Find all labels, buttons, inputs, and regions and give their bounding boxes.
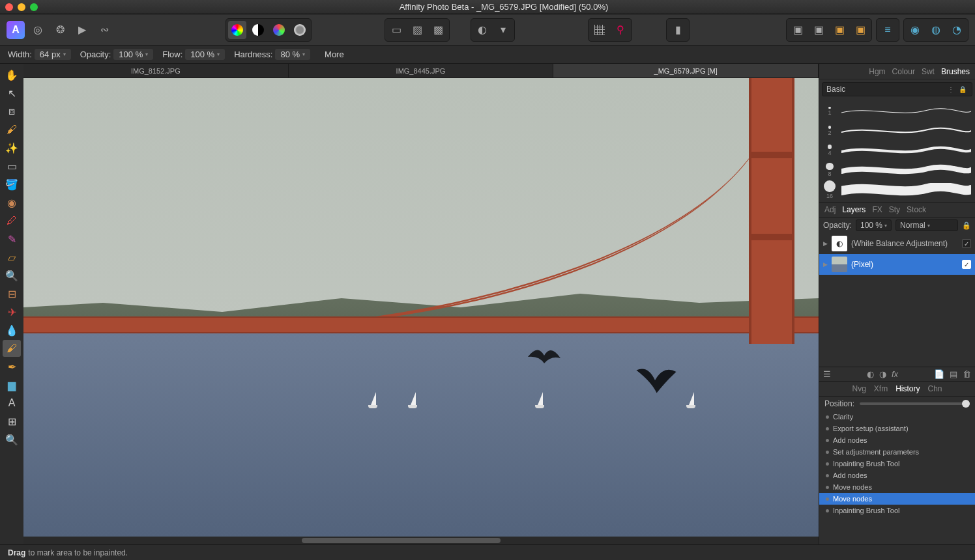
persona-export-icon[interactable]: ∾ (95, 21, 113, 39)
brush-row[interactable]: 16 (823, 180, 971, 199)
boolean-int-icon[interactable]: ◔ (948, 21, 966, 39)
smudge-tool-icon[interactable]: ✎ (3, 231, 21, 247)
fill-tool-icon[interactable]: 🪣 (3, 176, 21, 193)
width-value[interactable]: 64 px (35, 49, 71, 60)
persona-develop-icon[interactable]: ◎ (29, 21, 47, 39)
brush-row[interactable]: 8 (823, 160, 971, 180)
delete-layer-icon[interactable]: 🗑 (963, 369, 971, 379)
history-item[interactable]: Export setup (assistant) (819, 423, 975, 434)
history-item[interactable]: Move nodes (819, 481, 975, 493)
disclosure-icon[interactable]: ▶ (823, 261, 828, 268)
tab-nvg[interactable]: Nvg (852, 384, 866, 393)
tab-stock[interactable]: Stock (907, 205, 926, 214)
gradient-tool-icon[interactable]: ◉ (3, 194, 21, 211)
document-tab-2[interactable]: _MG_6579.JPG [M] (553, 64, 819, 77)
history-item[interactable]: Inpainting Brush Tool (819, 505, 975, 516)
history-item[interactable]: Add nodes (819, 434, 975, 446)
tab-fx[interactable]: FX (872, 205, 882, 214)
tab-adj[interactable]: Adj (824, 205, 836, 214)
persona-tonemap-icon[interactable]: ▶ (73, 21, 91, 39)
move-tool-icon[interactable]: ↖ (3, 85, 21, 102)
scrollbar-thumb[interactable] (302, 538, 501, 543)
app-logo-icon[interactable]: A (7, 21, 25, 39)
tab-chn[interactable]: Chn (928, 384, 942, 393)
more-button[interactable]: More (325, 49, 344, 59)
brush-row[interactable]: 1 (823, 102, 971, 121)
boolean-add-icon[interactable]: ◉ (906, 21, 924, 39)
softproof-icon[interactable] (291, 21, 309, 39)
arrange-forward-icon[interactable]: ▣ (830, 21, 849, 39)
brush-row[interactable]: 2 (823, 121, 971, 141)
color-wheel-icon[interactable] (228, 21, 246, 39)
tab-history[interactable]: History (895, 384, 920, 393)
bw-icon[interactable] (249, 21, 267, 39)
hand-tool-icon[interactable]: ✋ (3, 66, 21, 83)
eraser-tool-icon[interactable]: ▱ (3, 249, 21, 266)
document-tab-1[interactable]: IMG_8445.JPG (289, 64, 554, 77)
tab-hgm[interactable]: Hgm (869, 67, 885, 76)
clone-tool-icon[interactable]: ⊟ (3, 285, 21, 302)
zoom-tool-icon[interactable]: 🔍 (3, 267, 21, 284)
rgb-icon[interactable] (270, 21, 288, 39)
tab-colour[interactable]: Colour (892, 67, 915, 76)
marquee-tool-icon[interactable]: ▭ (3, 158, 21, 175)
arrange-front-icon[interactable]: ▣ (851, 21, 869, 39)
opacity-field[interactable]: Opacity: 100 % (80, 49, 154, 60)
brush-tool-icon[interactable]: 🖌 (3, 121, 21, 138)
history-item[interactable]: Set adjustment parameters (819, 446, 975, 458)
opacity-value[interactable]: 100 % (113, 49, 153, 60)
hardness-value[interactable]: 80 % (275, 49, 310, 60)
paintbrush-tool-icon[interactable]: 🖊 (3, 212, 21, 229)
layer-row[interactable]: ▶ ◐ (White Balance Adjustment) ✓ (819, 233, 975, 254)
fx-layer-icon[interactable]: fx (892, 369, 898, 379)
history-slider[interactable] (860, 402, 970, 405)
visibility-checkbox[interactable]: ✓ (962, 239, 971, 248)
mask-icon[interactable]: ◐ (473, 21, 491, 39)
inpaint-tool-icon[interactable]: 🖌 (3, 340, 21, 357)
arrange-backward-icon[interactable]: ▣ (809, 21, 828, 39)
tab-brushes[interactable]: Brushes (941, 67, 970, 76)
visibility-checkbox[interactable]: ✓ (962, 260, 971, 269)
brush-preset-select[interactable]: Basic (822, 82, 972, 96)
mesh-tool-icon[interactable]: ⊞ (3, 413, 21, 430)
history-item[interactable]: Clarity (819, 411, 975, 423)
tab-layers[interactable]: Layers (842, 205, 866, 214)
view-tool-icon[interactable]: 🔍 (3, 431, 21, 448)
width-field[interactable]: Width: 64 px (8, 49, 71, 60)
mask-dropdown-icon[interactable]: ▾ (494, 21, 512, 39)
disclosure-icon[interactable]: ▶ (823, 240, 828, 247)
history-item[interactable]: Inpainting Brush Tool (819, 458, 975, 469)
canvas[interactable] (23, 78, 819, 537)
grid-snap-icon[interactable] (590, 21, 609, 39)
boolean-sub-icon[interactable]: ◍ (927, 21, 945, 39)
crop-tool-icon[interactable]: ⧈ (3, 103, 21, 120)
minimize-window-button[interactable] (18, 3, 25, 11)
copy-layer-icon[interactable]: 📄 (934, 369, 944, 379)
brush-row[interactable]: 4 (823, 141, 971, 160)
tab-xfm[interactable]: Xfm (874, 384, 888, 393)
history-item[interactable]: Add nodes (819, 469, 975, 481)
wand-tool-icon[interactable]: ✨ (3, 139, 21, 156)
marquee-icon[interactable]: ▭ (387, 21, 405, 39)
lock-icon[interactable]: 🔒 (962, 221, 971, 230)
mask-layer-icon[interactable]: ◐ (867, 369, 874, 379)
quickmask-icon[interactable]: ▩ (429, 21, 447, 39)
merge-layer-icon[interactable]: ▤ (950, 369, 957, 379)
maximize-window-button[interactable] (30, 3, 38, 11)
layer-group-icon[interactable]: ☰ (823, 369, 831, 379)
flow-value[interactable]: 100 % (185, 49, 225, 60)
blur-tool-icon[interactable]: 💧 (3, 322, 21, 339)
persona-liquify-icon[interactable]: ❂ (51, 21, 69, 39)
adjust-layer-icon[interactable]: ◑ (879, 369, 886, 379)
layer-blend-mode[interactable]: Normal (895, 219, 958, 231)
flow-field[interactable]: Flow: 100 % (162, 49, 225, 60)
assistant-icon[interactable]: ▮ (669, 21, 687, 39)
align-icon[interactable]: ≡ (879, 21, 897, 39)
layer-row[interactable]: ▶ (Pixel) ✓ (819, 254, 975, 275)
layer-opacity-value[interactable]: 100 % (856, 219, 892, 231)
document-tab-0[interactable]: IMG_8152.JPG (23, 64, 289, 77)
diagonal-icon[interactable]: ▨ (408, 21, 426, 39)
heal-tool-icon[interactable]: ✈ (3, 303, 21, 320)
close-window-button[interactable] (5, 3, 13, 11)
arrange-back-icon[interactable]: ▣ (789, 21, 807, 39)
